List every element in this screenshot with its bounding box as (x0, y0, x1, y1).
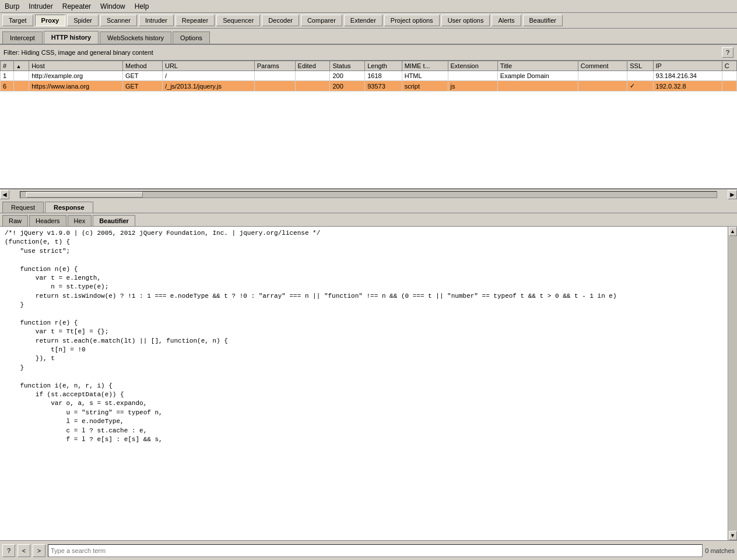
table-cell (254, 71, 295, 81)
tab-request[interactable]: Request (2, 202, 44, 213)
tab-http-history[interactable]: HTTP history (44, 31, 99, 44)
toolbar-btn-decoder[interactable]: Decoder (262, 15, 299, 26)
col-header-length[interactable]: Length (365, 61, 402, 71)
table-cell (254, 81, 295, 91)
toolbar-btn-comparer[interactable]: Comparer (301, 15, 342, 26)
matches-count: 0 matches (705, 547, 735, 554)
proxy-tab-bar: Intercept HTTP history WebSockets histor… (0, 29, 737, 45)
filter-help-button[interactable]: ? (722, 47, 734, 58)
table-row[interactable]: 6https://www.iana.orgGET/_js/2013.1/jque… (1, 81, 737, 91)
toolbar-btn-scanner[interactable]: Scanner (100, 15, 137, 26)
code-wrapper: /*! jQuery v1.9.0 | (c) 2005, 2012 jQuer… (0, 227, 737, 540)
toolbar-btn-sequencer[interactable]: Sequencer (216, 15, 260, 26)
table-cell: 1 (1, 71, 14, 81)
scroll-up-btn[interactable]: ▲ (729, 227, 737, 236)
req-resp-bar: Request Response (0, 199, 737, 213)
col-header-comment[interactable]: Comment (578, 61, 627, 71)
table-cell: Example Domain (497, 71, 578, 81)
scroll-down-btn[interactable]: ▼ (729, 531, 737, 540)
table-cell (722, 71, 736, 81)
menu-burp[interactable]: Burp (2, 2, 22, 11)
col-header-mime[interactable]: MIME t... (402, 61, 448, 71)
col-header-params[interactable]: Params (254, 61, 295, 71)
table-cell: 192.0.32.8 (653, 81, 722, 91)
table-cell: 200 (330, 71, 365, 81)
col-header-edited[interactable]: Edited (295, 61, 330, 71)
sub-tab-raw[interactable]: Raw (2, 215, 28, 226)
tab-intercept[interactable]: Intercept (2, 31, 43, 44)
col-header-method[interactable]: Method (122, 61, 162, 71)
http-history-table: # Host Method URL Params Edited Status L… (0, 61, 737, 91)
toolbar-btn-extender[interactable]: Extender (344, 15, 382, 26)
horizontal-scrollbar[interactable]: ◄ ► (0, 189, 737, 199)
table-cell: 6 (1, 81, 14, 91)
table-cell (627, 71, 653, 81)
sub-tab-hex[interactable]: Hex (68, 215, 92, 226)
menu-help[interactable]: Help (132, 2, 152, 11)
sub-tab-beautifier[interactable]: Beautifier (93, 215, 135, 226)
table-cell: / (162, 71, 254, 81)
table-cell: 93.184.216.34 (653, 71, 722, 81)
table-cell: GET (122, 81, 162, 91)
table-cell (578, 71, 627, 81)
scroll-area (729, 236, 737, 531)
col-header-extension[interactable]: Extension (448, 61, 497, 71)
col-header-host[interactable]: Host (29, 61, 123, 71)
http-history-table-container: # Host Method URL Params Edited Status L… (0, 61, 737, 189)
col-header-c[interactable]: C (722, 61, 736, 71)
menu-intruder[interactable]: Intruder (26, 2, 55, 11)
bottom-prev-button[interactable]: < (17, 544, 30, 557)
toolbar-btn-proxy[interactable]: Proxy (35, 15, 66, 26)
table-row[interactable]: 1http://example.orgGET/2001618HTMLExampl… (1, 71, 737, 81)
table-cell: /_js/2013.1/jquery.js (162, 81, 254, 91)
col-header-num[interactable]: # (1, 61, 14, 71)
vertical-scrollbar[interactable]: ▲ ▼ (728, 227, 737, 540)
table-cell: 200 (330, 81, 365, 91)
scroll-track[interactable] (20, 191, 717, 198)
table-cell (448, 71, 497, 81)
toolbar-btn-user-options[interactable]: User options (441, 15, 490, 26)
table-cell (13, 71, 29, 81)
col-header-ip[interactable]: IP (653, 61, 722, 71)
table-cell: HTML (402, 71, 448, 81)
table-cell (722, 81, 736, 91)
table-cell (497, 81, 578, 91)
table-cell: GET (122, 71, 162, 81)
scroll-left-btn[interactable]: ◄ (0, 190, 9, 199)
menu-window[interactable]: Window (98, 2, 128, 11)
search-input[interactable] (48, 544, 703, 557)
table-cell (13, 81, 29, 91)
tab-websockets-history[interactable]: WebSockets history (100, 31, 171, 44)
sub-tab-headers[interactable]: Headers (29, 215, 66, 226)
col-header-sort[interactable] (13, 61, 29, 71)
bottom-help-button[interactable]: ? (2, 544, 15, 557)
table-cell (295, 71, 330, 81)
col-header-url[interactable]: URL (162, 61, 254, 71)
toolbar: Target Proxy Spider Scanner Intruder Rep… (0, 13, 737, 29)
code-area[interactable]: /*! jQuery v1.9.0 | (c) 2005, 2012 jQuer… (0, 227, 728, 540)
col-header-ssl[interactable]: SSL (627, 61, 653, 71)
table-cell (578, 81, 627, 91)
scroll-right-btn[interactable]: ► (728, 190, 737, 199)
table-cell: js (448, 81, 497, 91)
menu-repeater[interactable]: Repeater (60, 2, 93, 11)
table-cell: https://www.iana.org (29, 81, 123, 91)
table-cell: 93573 (365, 81, 402, 91)
tab-response[interactable]: Response (45, 202, 93, 213)
toolbar-btn-project-options[interactable]: Project options (384, 15, 440, 26)
toolbar-btn-intruder[interactable]: Intruder (139, 15, 174, 26)
table-cell (295, 81, 330, 91)
col-header-title[interactable]: Title (497, 61, 578, 71)
table-cell: script (402, 81, 448, 91)
toolbar-btn-alerts[interactable]: Alerts (492, 15, 521, 26)
bottom-next-button[interactable]: > (33, 544, 45, 557)
col-header-status[interactable]: Status (330, 61, 365, 71)
table-cell: http://example.org (29, 71, 123, 81)
menu-bar: Burp Intruder Repeater Window Help (0, 0, 737, 13)
toolbar-btn-beautifier[interactable]: Beautifier (523, 15, 563, 26)
tab-options[interactable]: Options (173, 31, 210, 44)
toolbar-btn-repeater[interactable]: Repeater (176, 15, 215, 26)
toolbar-btn-target[interactable]: Target (2, 15, 33, 26)
scroll-thumb[interactable] (26, 192, 143, 198)
toolbar-btn-spider[interactable]: Spider (67, 15, 99, 26)
